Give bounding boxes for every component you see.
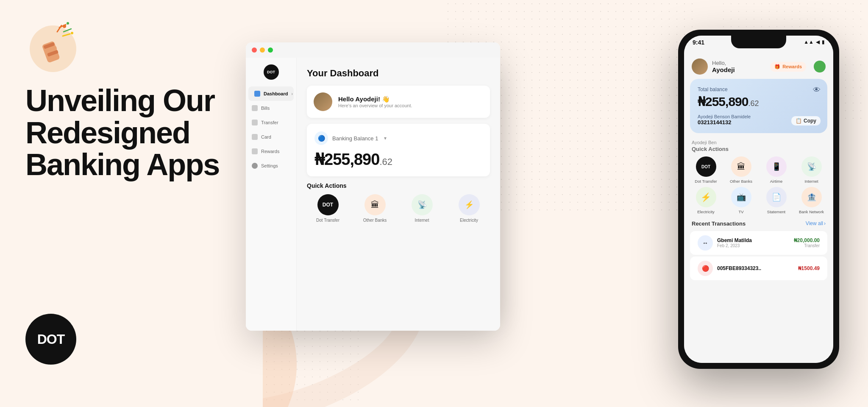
window-main-front: Your Dashboard Hello Ayodeji! 👋 Here's a… xyxy=(297,58,500,331)
phone-header: Hello, Ayodeji 🎁 Rewards xyxy=(684,54,833,79)
window-titlebar-front xyxy=(246,42,500,58)
phone-qa-tv[interactable]: 📺 TV xyxy=(725,187,757,214)
avatar-desktop xyxy=(314,92,332,111)
phone-view-all-btn[interactable]: View all › xyxy=(806,220,826,226)
txn-type-1: Transfer xyxy=(794,243,820,248)
phone-qa-internet[interactable]: 📡 Internet xyxy=(796,156,827,184)
phone-greeting: Hello, xyxy=(712,60,735,66)
sidebar-nav-rewards[interactable]: Rewards xyxy=(246,144,296,159)
txn-icon-1: ↔ xyxy=(698,235,713,251)
dashboard-title: Your Dashboard xyxy=(307,68,490,79)
phone-qa-other-banks[interactable]: 🏛 Other Banks xyxy=(725,156,757,184)
txn-amount-2: ₦1500.49 xyxy=(798,265,820,271)
left-section: Unveiling Our Redesigned Banking Apps DO… xyxy=(0,0,263,407)
balance-decimal: .62 xyxy=(379,156,392,167)
phone-rewards-btn[interactable]: 🎁 Rewards xyxy=(770,62,806,72)
phone-screen: 9:41 ▲▲ ◀ ▮ Hello, Ayodeji 🎁 xyxy=(684,36,833,363)
sidebar-nav-card[interactable]: Card xyxy=(246,130,296,144)
qa-internet-label: Internet xyxy=(415,218,429,223)
status-time: 9:41 xyxy=(693,39,704,46)
phone-avatar xyxy=(692,59,708,75)
sidebar-nav-transfer[interactable]: Transfer xyxy=(246,115,296,130)
phone-frame: 9:41 ▲▲ ◀ ▮ Hello, Ayodeji 🎁 xyxy=(678,30,839,369)
phone-txn-1: ↔ Gbemi Matilda Feb 2, 2023 ₦20,000.00 T… xyxy=(690,231,827,255)
desktop-window-front: DOT Dashboard › Bills Transfer Card R xyxy=(246,42,500,331)
txn-icon-2: 🔴 xyxy=(698,261,713,276)
phone-balance-amount: ₦255,890 xyxy=(698,95,748,109)
phone-content: Hello, Ayodeji 🎁 Rewards 👁 Total balance… xyxy=(684,54,833,363)
dot-logo-text: DOT xyxy=(37,332,65,347)
balance-icon: 🔵 xyxy=(314,131,328,145)
phone-name: Ayodeji xyxy=(712,66,735,73)
qa-grid-desktop: DOT Dot Transfer 🏛 Other Banks 📡 xyxy=(307,194,490,223)
qa-title-desktop: Quick Actions xyxy=(307,182,490,189)
sidebar-logo-text-front: DOT xyxy=(267,70,275,74)
phone-qa-electricity-label: Electricity xyxy=(697,209,715,214)
apps-container: DOT Dash Bills Trans Card Rew. xyxy=(246,42,839,403)
phone-name-scroll: Ayodeji Ben xyxy=(684,139,833,146)
phone-txn-2: 🔴 005FBE89334323.. ₦1500.49 xyxy=(690,256,827,280)
status-icons: ▲▲ ◀ ▮ xyxy=(804,39,825,45)
phone-qa-internet-label: Internet xyxy=(804,179,818,184)
phone-qa-dot-transfer[interactable]: DOT Dot Transfer xyxy=(690,156,722,184)
qa-dot-label: Dot Transfer xyxy=(316,218,339,223)
greeting-text: Hello Ayodeji! 👋 xyxy=(338,95,412,103)
phone-balance-eye[interactable]: 👁 xyxy=(813,86,821,95)
sidebar-nav-settings[interactable]: Settings xyxy=(246,159,296,173)
phone-qa-title: Quick Actions xyxy=(684,146,833,156)
phone-balance-decimal: .62 xyxy=(748,99,759,108)
sidebar-nav-bills[interactable]: Bills xyxy=(246,101,296,115)
qa-electricity-label: Electricity xyxy=(460,218,478,223)
svg-point-9 xyxy=(63,25,66,28)
phone-recent-header: Recent Transactions View all › xyxy=(684,220,833,231)
phone-qa-electricity[interactable]: ⚡ Electricity xyxy=(690,187,722,214)
window-sidebar-front: DOT Dashboard › Bills Transfer Card R xyxy=(246,58,297,331)
phone-green-indicator xyxy=(814,61,826,72)
txn-date-1: Feb 2, 2023 xyxy=(717,243,752,248)
phone-copy-btn[interactable]: 📋 Copy xyxy=(791,116,821,125)
qa-internet[interactable]: 📡 Internet xyxy=(401,194,443,223)
phone-qa-airtime[interactable]: 📱 Airtime xyxy=(760,156,792,184)
phone-qa-grid: DOT Dot Transfer 🏛 Other Banks 📱 xyxy=(684,156,833,220)
qa-dot-transfer[interactable]: DOT Dot Transfer xyxy=(307,194,349,223)
txn-name-2: 005FBE89334323.. xyxy=(717,265,761,271)
balance-chevron: ▾ xyxy=(384,135,387,141)
party-icon xyxy=(25,17,81,72)
phone-balance-card: 👁 Total balance ₦255,890.62 Ayodeji Bens… xyxy=(690,79,827,133)
phone-qa-dot-label: Dot Transfer xyxy=(695,179,717,184)
qa-other-banks[interactable]: 🏛 Other Banks xyxy=(354,194,396,223)
phone-qa-airtime-label: Airtime xyxy=(770,179,783,184)
sidebar-nav-dashboard[interactable]: Dashboard › xyxy=(248,86,294,101)
phone-balance-label: Total balance xyxy=(698,86,820,92)
quick-actions-desktop: Quick Actions DOT Dot Transfer 🏛 Other B… xyxy=(307,182,490,223)
phone-qa-tv-label: TV xyxy=(738,209,743,214)
phone-qa-bank-network-label: Bank Network xyxy=(799,209,824,214)
txn-name-1: Gbemi Matilda xyxy=(717,237,752,243)
headline: Unveiling Our Redesigned Banking Apps xyxy=(25,85,237,181)
sidebar-logo-front: DOT xyxy=(264,64,279,80)
phone-notch xyxy=(731,36,786,48)
traffic-light-red-front[interactable] xyxy=(252,47,257,53)
phone-qa-bank-network[interactable]: 🏦 Bank Network xyxy=(796,187,827,214)
txn-amount-1: ₦20,000.00 xyxy=(794,237,820,243)
dot-logo: DOT xyxy=(25,314,76,365)
phone-recent-title: Recent Transactions xyxy=(692,220,746,227)
balance-card-desktop: 🔵 Banking Balance 1 ▾ ₦255,890.62 xyxy=(307,124,490,176)
balance-label: Banking Balance 1 xyxy=(332,135,378,142)
greeting-sub: Here's an overview of your account. xyxy=(338,103,412,108)
phone-qa-statement-label: Statement xyxy=(767,209,785,214)
greeting-card: Hello Ayodeji! 👋 Here's an overview of y… xyxy=(307,86,490,118)
phone-qa-statement[interactable]: 📄 Statement xyxy=(760,187,792,214)
qa-banks-label: Other Banks xyxy=(363,218,387,223)
svg-point-11 xyxy=(67,22,69,25)
traffic-light-yellow-front[interactable] xyxy=(260,47,265,53)
phone-qa-banks-label: Other Banks xyxy=(730,179,752,184)
traffic-light-green-front[interactable] xyxy=(268,47,273,53)
qa-electricity[interactable]: ⚡ Electricity xyxy=(448,194,490,223)
balance-amount: ₦255,890 xyxy=(314,151,379,168)
svg-point-10 xyxy=(71,32,73,34)
